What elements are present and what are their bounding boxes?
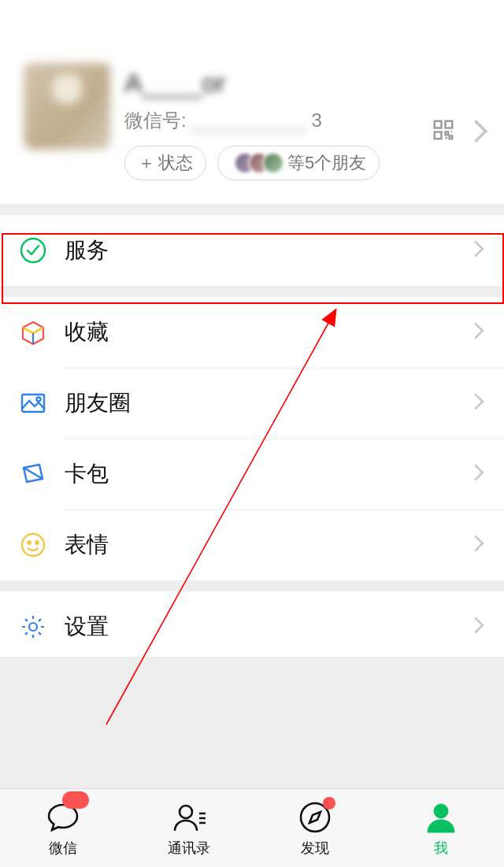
status-label: 状态: [158, 151, 193, 175]
svg-rect-0: [435, 120, 442, 128]
tab-bar: 微信 通讯录 发现 我: [0, 788, 504, 867]
discover-red-dot: [323, 797, 335, 810]
tab-discover[interactable]: 发现: [252, 789, 378, 867]
svg-point-6: [22, 534, 44, 556]
plus-icon: ＋: [138, 151, 155, 175]
display-name: A____or: [124, 68, 417, 98]
menu-label-favorites: 收藏: [65, 317, 455, 347]
wechat-id-row: 微信号: ___________ 3: [124, 108, 417, 133]
tab-label-chats: 微信: [49, 839, 77, 858]
chevron-right-icon: [472, 463, 485, 485]
menu-label-cards: 卡包: [65, 459, 455, 489]
qr-code-icon[interactable]: [432, 118, 455, 142]
me-icon: [423, 799, 459, 836]
menu-label-stickers: 表情: [65, 530, 455, 560]
menu-item-favorites[interactable]: 收藏: [0, 297, 504, 368]
profile-right: [432, 118, 488, 142]
tab-label-contacts: 通讯录: [168, 839, 210, 858]
moments-icon: [19, 389, 47, 417]
svg-rect-4: [22, 395, 44, 412]
discover-icon: [297, 799, 333, 836]
profile-info: A____or 微信号: ___________ 3 ＋ 状态 等5个朋友: [124, 63, 417, 180]
settings-icon: [19, 613, 47, 641]
svg-point-7: [28, 541, 31, 544]
menu-item-moments[interactable]: 朋友圈: [0, 368, 504, 439]
svg-point-8: [35, 541, 39, 544]
friends-status-button[interactable]: 等5个朋友: [217, 146, 380, 180]
chevron-right-icon: [472, 616, 485, 638]
tab-chats[interactable]: 微信: [0, 789, 126, 867]
favorites-icon: [19, 318, 47, 346]
menu-item-cards[interactable]: 卡包: [0, 439, 504, 509]
svg-point-13: [434, 804, 448, 818]
chevron-right-icon: [472, 118, 488, 142]
wechat-id-value: ___________: [191, 109, 307, 132]
tab-label-discover: 发现: [301, 839, 329, 858]
svg-point-11: [180, 806, 192, 818]
menu-group-middle: 收藏 朋友圈 卡包 表情: [0, 297, 504, 580]
cards-icon: [19, 460, 47, 488]
profile-section[interactable]: A____or 微信号: ___________ 3 ＋ 状态 等5个朋友: [0, 0, 504, 204]
svg-point-5: [37, 398, 41, 402]
tab-contacts[interactable]: 通讯录: [126, 789, 252, 867]
svg-rect-1: [446, 120, 453, 128]
chevron-right-icon: [472, 321, 485, 343]
svg-point-3: [21, 239, 45, 262]
menu-group-settings: 设置: [0, 591, 504, 662]
svg-point-9: [29, 623, 37, 631]
menu-label-moments: 朋友圈: [65, 388, 455, 418]
menu-item-service[interactable]: 服务: [0, 215, 504, 286]
menu-label-service: 服务: [65, 235, 455, 265]
chats-icon: [45, 799, 81, 836]
tab-me[interactable]: 我: [378, 789, 504, 867]
menu-label-settings: 设置: [65, 612, 455, 642]
service-icon: [19, 236, 47, 265]
tab-label-me: 我: [434, 839, 448, 858]
add-status-button[interactable]: ＋ 状态: [124, 146, 206, 180]
stickers-icon: [19, 531, 47, 559]
chats-unread-badge: [62, 791, 89, 809]
contacts-icon: [171, 799, 207, 836]
menu-item-stickers[interactable]: 表情: [0, 509, 504, 580]
svg-rect-2: [435, 132, 442, 139]
empty-area: [0, 657, 504, 788]
menu-group-service: 服务: [0, 215, 504, 286]
wechat-id-label: 微信号:: [124, 108, 187, 133]
wechat-id-tail: 3: [312, 109, 322, 132]
menu-item-settings[interactable]: 设置: [0, 591, 504, 662]
friends-hint-label: 等5个朋友: [287, 151, 366, 175]
chevron-right-icon: [472, 534, 485, 556]
avatar[interactable]: [24, 63, 110, 150]
friend-avatars: [234, 152, 284, 174]
chevron-right-icon: [472, 239, 485, 261]
status-row: ＋ 状态 等5个朋友: [124, 146, 417, 180]
chevron-right-icon: [472, 392, 485, 414]
friend-avatar-3: [262, 152, 284, 174]
